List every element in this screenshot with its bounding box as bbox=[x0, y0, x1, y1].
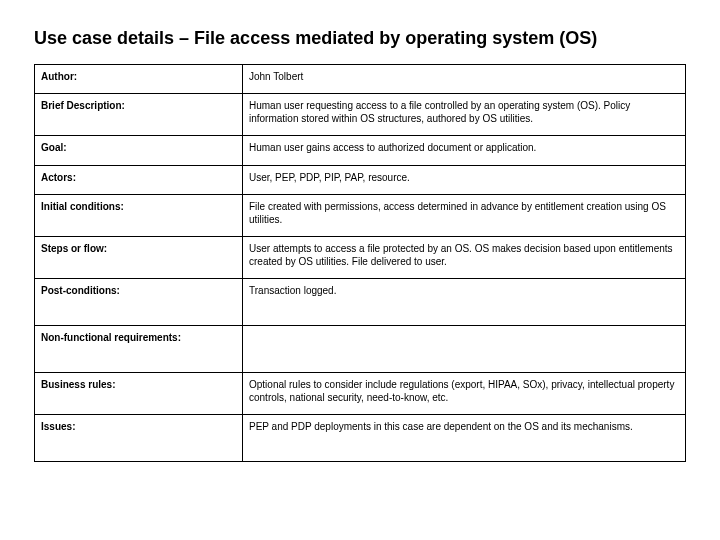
table-row: Author: John Tolbert bbox=[35, 64, 686, 94]
row-label: Post-conditions: bbox=[35, 279, 243, 326]
row-value bbox=[243, 326, 686, 373]
row-label: Business rules: bbox=[35, 373, 243, 415]
row-value: Transaction logged. bbox=[243, 279, 686, 326]
table-row: Steps or flow: User attempts to access a… bbox=[35, 237, 686, 279]
table-row: Brief Description: Human user requesting… bbox=[35, 94, 686, 136]
row-label: Goal: bbox=[35, 136, 243, 166]
row-label: Issues: bbox=[35, 415, 243, 462]
table-row: Business rules: Optional rules to consid… bbox=[35, 373, 686, 415]
table-row: Goal: Human user gains access to authori… bbox=[35, 136, 686, 166]
table-row: Post-conditions: Transaction logged. bbox=[35, 279, 686, 326]
page-title: Use case details – File access mediated … bbox=[34, 28, 686, 50]
table-row: Actors: User, PEP, PDP, PIP, PAP, resour… bbox=[35, 165, 686, 195]
row-value: User attempts to access a file protected… bbox=[243, 237, 686, 279]
row-label: Initial conditions: bbox=[35, 195, 243, 237]
slide: Use case details – File access mediated … bbox=[0, 0, 720, 540]
use-case-table: Author: John Tolbert Brief Description: … bbox=[34, 64, 686, 463]
row-value: Human user gains access to authorized do… bbox=[243, 136, 686, 166]
row-label: Brief Description: bbox=[35, 94, 243, 136]
table-row: Issues: PEP and PDP deployments in this … bbox=[35, 415, 686, 462]
row-value: User, PEP, PDP, PIP, PAP, resource. bbox=[243, 165, 686, 195]
row-label: Non-functional requirements: bbox=[35, 326, 243, 373]
row-value: Human user requesting access to a file c… bbox=[243, 94, 686, 136]
row-value: Optional rules to consider include regul… bbox=[243, 373, 686, 415]
table-row: Non-functional requirements: bbox=[35, 326, 686, 373]
row-label: Actors: bbox=[35, 165, 243, 195]
row-value: John Tolbert bbox=[243, 64, 686, 94]
row-label: Steps or flow: bbox=[35, 237, 243, 279]
row-label: Author: bbox=[35, 64, 243, 94]
row-value: File created with permissions, access de… bbox=[243, 195, 686, 237]
row-value: PEP and PDP deployments in this case are… bbox=[243, 415, 686, 462]
table-row: Initial conditions: File created with pe… bbox=[35, 195, 686, 237]
